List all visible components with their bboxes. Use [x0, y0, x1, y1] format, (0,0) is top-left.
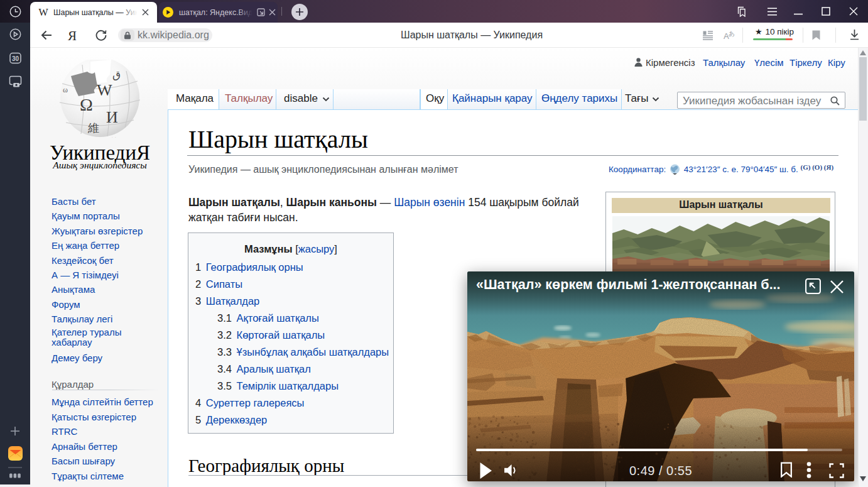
svg-text:א: א [111, 134, 117, 138]
svg-text:И: И [106, 108, 118, 126]
svg-text:Ω: Ω [80, 95, 93, 114]
svg-text:維: 維 [87, 122, 99, 134]
svg-text:あ: あ [729, 30, 735, 37]
svg-text:ق: ق [112, 68, 121, 80]
svg-text:30: 30 [12, 55, 19, 62]
svg-text:W: W [97, 81, 112, 99]
svg-text:ω: ω [63, 85, 68, 94]
svg-text:W: W [38, 7, 48, 18]
